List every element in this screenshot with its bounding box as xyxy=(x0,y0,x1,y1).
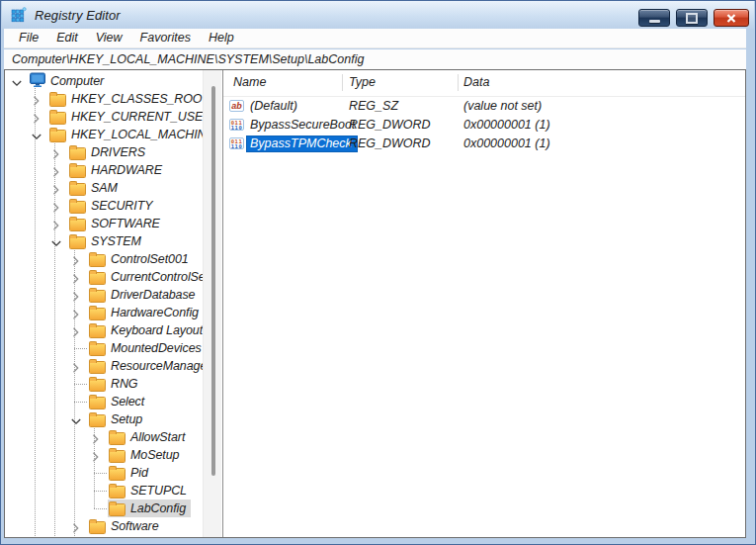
tree-row: MoSetup xyxy=(5,446,203,464)
tree-item-label: HardwareConfig xyxy=(111,306,199,319)
tree-item-label: HKEY_LOCAL_MACHINE xyxy=(71,128,203,141)
address-input[interactable]: Computer\HKEY_LOCAL_MACHINE\SYSTEM\Setup… xyxy=(4,52,364,66)
tree-item-computer[interactable]: Computer xyxy=(29,72,109,90)
value-name[interactable]: (Default) xyxy=(250,99,297,113)
menu-item-favorites[interactable]: Favorites xyxy=(131,30,200,46)
tree-item-drivers[interactable]: DRIVERS xyxy=(68,143,150,161)
tree-row: WPA xyxy=(5,535,203,537)
chevron-right-icon[interactable] xyxy=(70,307,82,318)
tree-item-hkey-classes-root[interactable]: HKEY_CLASSES_ROOT xyxy=(48,90,203,108)
tree-item-resourcemanager[interactable]: ResourceManager xyxy=(88,357,203,375)
chevron-right-icon[interactable] xyxy=(70,289,82,301)
chevron-right-icon[interactable] xyxy=(90,449,102,461)
tree-item-select[interactable]: Select xyxy=(88,393,149,410)
column-header-data[interactable]: Data xyxy=(463,75,489,89)
tree-item-label: CurrentControlSet xyxy=(111,270,203,284)
tree-item-label: Pid xyxy=(130,466,148,480)
tree-stub xyxy=(94,473,107,474)
tree-row: HKEY_CURRENT_USER xyxy=(5,108,203,126)
tree-item-setup[interactable]: Setup xyxy=(88,410,147,428)
tree-item-labconfig[interactable]: LabConfig xyxy=(108,500,191,517)
tree-item-label: Computer xyxy=(50,74,104,88)
chevron-right-icon[interactable] xyxy=(70,360,82,372)
value-data: 0x00000001 (1) xyxy=(463,136,550,150)
chevron-down-icon[interactable] xyxy=(50,235,62,247)
tree-row: Computer xyxy=(5,72,203,90)
maximize-button[interactable] xyxy=(676,9,708,27)
tree-item-sam[interactable]: SAM xyxy=(68,179,123,197)
chevron-down-icon[interactable] xyxy=(70,413,82,425)
value-data: (value not set) xyxy=(463,99,542,113)
tree-item-pid[interactable]: Pid xyxy=(108,464,153,482)
chevron-right-icon[interactable] xyxy=(31,111,42,123)
tree-row: Select xyxy=(5,393,203,410)
tree-row: HardwareConfig xyxy=(5,304,203,321)
tree-item-label: HARDWARE xyxy=(91,163,162,177)
tree-item-hkey-local-machine[interactable]: HKEY_LOCAL_MACHINE xyxy=(48,126,203,143)
folder-icon xyxy=(89,290,106,303)
tree-item-keyboard-layout[interactable]: Keyboard Layout xyxy=(88,321,203,339)
close-button[interactable] xyxy=(714,9,749,27)
chevron-right-icon[interactable] xyxy=(90,431,102,443)
chevron-right-icon[interactable] xyxy=(50,146,62,158)
tree-scrollbar[interactable] xyxy=(203,70,221,537)
menu-item-file[interactable]: File xyxy=(10,30,47,46)
address-bar: Computer\HKEY_LOCAL_MACHINE\SYSTEM\Setup… xyxy=(4,49,746,69)
folder-icon xyxy=(109,503,126,516)
tree-item-software[interactable]: SOFTWARE xyxy=(68,215,165,232)
chevron-right-icon[interactable] xyxy=(50,182,62,194)
chevron-right-icon[interactable] xyxy=(50,164,62,176)
chevron-right-icon[interactable] xyxy=(70,520,82,532)
tree-item-driverdatabase[interactable]: DriverDatabase xyxy=(88,286,200,304)
tree-item-wpa[interactable]: WPA xyxy=(88,535,142,537)
tree-stub xyxy=(94,491,107,492)
tree-item-mounteddevices[interactable]: MountedDevices xyxy=(88,339,203,357)
tree-stub xyxy=(74,348,87,349)
value-type: REG_DWORD xyxy=(349,118,431,132)
column-separator[interactable] xyxy=(342,74,343,91)
value-row-default[interactable]: ab(Default)REG_SZ(value not set) xyxy=(223,98,745,117)
value-row-bypasssecureboot[interactable]: 011110BypassSecureBootREG_DWORD0x0000000… xyxy=(223,117,745,136)
folder-icon xyxy=(109,450,126,463)
tree-item-allowstart[interactable]: AllowStart xyxy=(108,428,190,446)
title-bar[interactable]: Registry Editor xyxy=(2,1,754,29)
chevron-right-icon[interactable] xyxy=(50,218,62,229)
chevron-right-icon[interactable] xyxy=(50,200,62,212)
value-name[interactable]: BypassTPMCheck xyxy=(250,136,358,150)
chevron-right-icon[interactable] xyxy=(70,324,82,336)
tree-item-controlset001[interactable]: ControlSet001 xyxy=(88,250,194,268)
tree-item-rng[interactable]: RNG xyxy=(88,375,142,393)
column-header-name[interactable]: Name xyxy=(233,75,266,89)
menu-item-view[interactable]: View xyxy=(87,30,131,46)
tree-item-hardwareconfig[interactable]: HardwareConfig xyxy=(88,304,203,321)
menu-item-edit[interactable]: Edit xyxy=(47,30,87,46)
tree-item-label: LabConfig xyxy=(130,501,186,515)
tree-item-system[interactable]: SYSTEM xyxy=(68,232,146,250)
tree-item-label: SETUPCL xyxy=(130,484,187,498)
chevron-right-icon[interactable] xyxy=(70,271,82,283)
minimize-button[interactable] xyxy=(638,9,670,27)
chevron-right-icon[interactable] xyxy=(70,253,82,265)
tree-item-software[interactable]: Software xyxy=(88,517,164,535)
folder-icon xyxy=(89,308,106,320)
tree-row: CurrentControlSet xyxy=(5,268,203,286)
tree-item-security[interactable]: SECURITY xyxy=(68,197,157,215)
column-separator[interactable] xyxy=(458,74,459,91)
column-header-type[interactable]: Type xyxy=(349,75,376,89)
menu-item-help[interactable]: Help xyxy=(200,30,243,46)
chevron-right-icon[interactable] xyxy=(31,93,42,105)
tree-item-mosetup[interactable]: MoSetup xyxy=(108,446,184,464)
value-name[interactable]: BypassSecureBoot xyxy=(250,118,355,132)
tree-stub xyxy=(74,384,87,385)
scrollbar-thumb[interactable] xyxy=(211,86,215,476)
tree-item-hardware[interactable]: HARDWARE xyxy=(68,161,167,179)
chevron-down-icon[interactable] xyxy=(11,75,23,87)
chevron-down-icon[interactable] xyxy=(31,129,42,140)
tree-row: DriverDatabase xyxy=(5,286,203,304)
tree-item-currentcontrolset[interactable]: CurrentControlSet xyxy=(88,268,203,286)
tree-item-hkey-current-user[interactable]: HKEY_CURRENT_USER xyxy=(48,108,203,126)
tree-row: RNG xyxy=(5,375,203,393)
tree-item-label: HKEY_CLASSES_ROOT xyxy=(71,92,203,106)
tree-item-setupcl[interactable]: SETUPCL xyxy=(108,482,192,500)
value-row-bypasstpmcheck[interactable]: 011110BypassTPMCheckREG_DWORD0x00000001 … xyxy=(223,136,745,154)
